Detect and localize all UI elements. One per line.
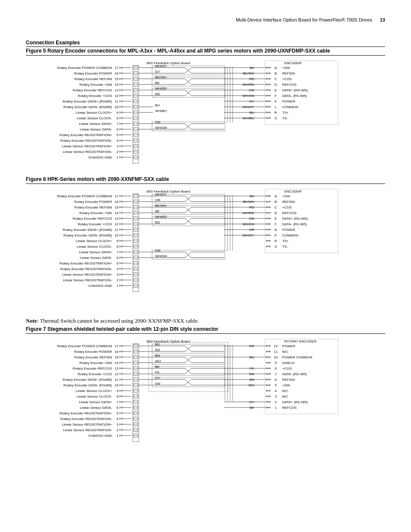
svg-text:R: R — [274, 239, 277, 243]
svg-text:Rotary Encoder +COS: Rotary Encoder +COS — [78, 94, 112, 98]
svg-text:Linear Sensor DATA-: Linear Sensor DATA- — [80, 256, 112, 260]
svg-text:F: F — [275, 222, 277, 226]
svg-text:Rotary Encoder REGISTRATION+: Rotary Encoder REGISTRATION+ — [59, 411, 112, 415]
svg-text:OR: OR — [249, 228, 254, 232]
svg-text:4: 4 — [275, 389, 277, 393]
svg-text:12: 12 — [274, 344, 278, 348]
svg-text:13: 13 — [115, 217, 118, 221]
page-header: Multi-Device Interface Option Board for … — [26, 17, 385, 22]
svg-text:ROTARY ENCODER: ROTARY ENCODER — [284, 339, 317, 343]
svg-text:1: 1 — [117, 156, 119, 159]
svg-text:F: F — [275, 94, 277, 98]
svg-text:14: 14 — [115, 211, 118, 215]
svg-text:REFCOS: REFCOS — [282, 406, 296, 410]
svg-text:D: D — [274, 211, 277, 215]
svg-text:10: 10 — [115, 383, 118, 387]
svg-text:P: P — [274, 233, 277, 237]
svg-text:POWER: POWER — [282, 344, 295, 348]
svg-text:B: B — [274, 72, 277, 75]
svg-text:GN: GN — [249, 217, 254, 221]
svg-text:17: 17 — [115, 344, 118, 348]
svg-text:Rotary Encoder DATA- (RS485): Rotary Encoder DATA- (RS485) — [63, 233, 112, 237]
svg-text:7: 7 — [275, 372, 277, 376]
svg-text:N/C: N/C — [282, 395, 288, 398]
svg-text:Rotary Encoder REGISTRATION+: Rotary Encoder REGISTRATION+ — [59, 261, 112, 265]
svg-text:1: 1 — [117, 284, 119, 288]
svg-text:8: 8 — [117, 395, 119, 398]
svg-text:1: 1 — [117, 434, 119, 438]
svg-text:REFSIN: REFSIN — [282, 72, 295, 75]
svg-text:2: 2 — [117, 278, 119, 282]
svg-text:+SIN: +SIN — [282, 66, 290, 70]
svg-text:Linear Sensor DATA-: Linear Sensor DATA- — [80, 406, 112, 410]
svg-text:Rotary Encoder REGISTRATION-: Rotary Encoder REGISTRATION- — [60, 267, 112, 271]
svg-text:Linear Sensor DATA-: Linear Sensor DATA- — [80, 128, 112, 131]
svg-text:BK/WH: BK/WH — [243, 72, 254, 75]
svg-text:A: A — [274, 66, 277, 70]
svg-text:WH/GY: WH/GY — [243, 233, 255, 237]
svg-text:Rotary Encoder POWER COMMON: Rotary Encoder POWER COMMON — [57, 194, 112, 198]
svg-text:REFSIN: REFSIN — [282, 200, 295, 204]
figure6-diagram: MDI Feedback Option BoardENCODERRotary E… — [26, 187, 353, 304]
svg-text:MDI Feedback Option Board: MDI Feedback Option Board — [146, 190, 190, 193]
svg-text:S: S — [274, 116, 277, 120]
svg-text:COMMON: COMMON — [282, 233, 299, 237]
svg-text:15: 15 — [115, 77, 118, 81]
svg-text:TS+: TS+ — [282, 239, 289, 243]
svg-text:WH/GY: WH/GY — [155, 64, 167, 68]
svg-text:DATA- (RS 485): DATA- (RS 485) — [282, 94, 307, 98]
svg-text:Rotary Encoder DATA+ (RS485): Rotary Encoder DATA+ (RS485) — [62, 378, 112, 382]
svg-text:S: S — [274, 245, 277, 249]
svg-text:11: 11 — [115, 100, 118, 103]
svg-text:Rotary Encoder POWER: Rotary Encoder POWER — [74, 350, 112, 354]
svg-text:15: 15 — [115, 205, 118, 209]
svg-text:11: 11 — [274, 350, 278, 354]
svg-text:Rotary Encoder DATA- (RS485): Rotary Encoder DATA- (RS485) — [63, 383, 112, 387]
svg-text:WH/GY: WH/GY — [155, 193, 167, 196]
svg-text:Linear Sensor REGISTRATION+: Linear Sensor REGISTRATION+ — [62, 144, 112, 148]
svg-text:Linear Sensor CLOCK-: Linear Sensor CLOCK- — [77, 116, 112, 120]
svg-text:BU: BU — [155, 103, 160, 107]
svg-text:16: 16 — [115, 350, 118, 354]
svg-text:POWER COMMON: POWER COMMON — [282, 355, 312, 359]
svg-text:3: 3 — [117, 273, 119, 277]
svg-text:Rotary Encoder DATA+ (RS485): Rotary Encoder DATA+ (RS485) — [62, 228, 112, 232]
svg-text:12: 12 — [115, 94, 118, 98]
svg-text:RD: RD — [249, 205, 254, 209]
page-number: 13 — [380, 17, 385, 22]
svg-text:GN: GN — [249, 88, 254, 92]
svg-text:12: 12 — [115, 222, 118, 226]
svg-text:CHASSIS GND: CHASSIS GND — [88, 434, 112, 438]
svg-text:REFCOS: REFCOS — [282, 211, 296, 215]
svg-text:Rotary Encoder REFSIN: Rotary Encoder REFSIN — [75, 355, 112, 359]
svg-text:10: 10 — [115, 233, 118, 237]
svg-text:Linear Sensor DATA+: Linear Sensor DATA+ — [79, 400, 112, 404]
svg-text:POWER: POWER — [282, 228, 295, 232]
svg-text:6: 6 — [117, 128, 119, 131]
svg-text:14: 14 — [115, 83, 118, 87]
svg-text:Linear Sensor CLOCK+: Linear Sensor CLOCK+ — [76, 239, 112, 243]
svg-text:TS-: TS- — [282, 245, 288, 249]
svg-text:8: 8 — [117, 245, 119, 249]
svg-text:5: 5 — [117, 133, 119, 137]
svg-text:6: 6 — [117, 256, 119, 260]
svg-text:RD: RD — [155, 92, 160, 96]
svg-text:9: 9 — [117, 111, 119, 115]
svg-text:4: 4 — [117, 417, 119, 421]
svg-text:GY: GY — [249, 100, 254, 103]
svg-text:6: 6 — [117, 406, 119, 410]
svg-text:16: 16 — [115, 200, 118, 204]
svg-text:Linear Sensor REGISTRATION-: Linear Sensor REGISTRATION- — [63, 428, 112, 432]
svg-text:4: 4 — [117, 139, 119, 143]
svg-text:POWER: POWER — [282, 100, 295, 103]
figure7-caption: Figure 7 Stegmann shielded twisted-pair … — [26, 326, 385, 334]
svg-text:N: N — [274, 228, 277, 232]
svg-text:WH/RD: WH/RD — [243, 83, 254, 87]
svg-text:REFSIN: REFSIN — [282, 378, 295, 382]
svg-text:C: C — [274, 205, 277, 209]
svg-text:Rotary Encoder +COS: Rotary Encoder +COS — [78, 372, 112, 376]
figure7-diagram: MDI Feedback Option BoardROTARY ENCODERR… — [26, 337, 353, 445]
svg-text:N/C: N/C — [282, 389, 288, 393]
svg-text:5: 5 — [117, 261, 119, 265]
svg-text:9: 9 — [275, 361, 277, 365]
